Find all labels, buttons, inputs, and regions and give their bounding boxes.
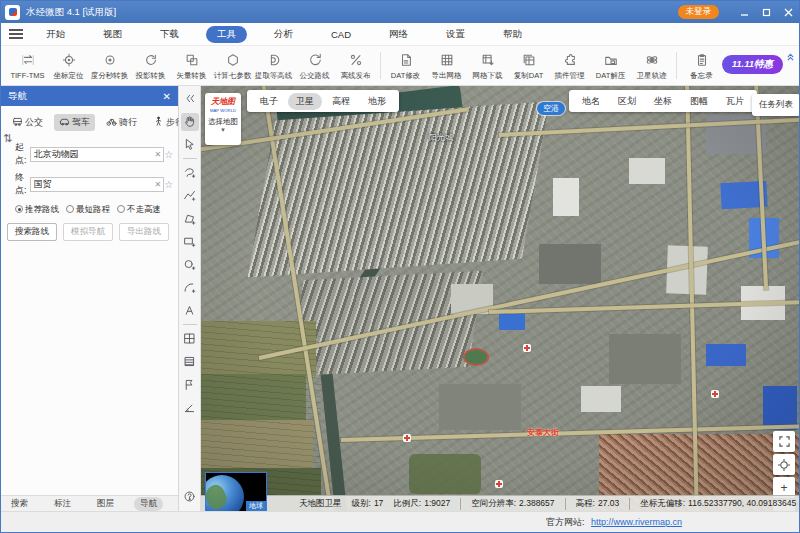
basemap-tab-卫星[interactable]: 卫星 [288,93,322,110]
collapse-panel-icon[interactable] [181,90,199,108]
pan-hand-icon[interactable] [181,113,199,131]
grid-download-icon [481,51,495,69]
title-bar: 水经微图 4.1 [试用版] 未登录 [1,1,799,23]
ribbon-button-导出网格[interactable]: 导出网格 [426,46,467,85]
full-extent-button[interactable] [773,431,795,452]
ribbon-button-TIFF-TMS[interactable]: TIFF-TMS [7,46,48,85]
travel-mode-公交[interactable]: 公交 [7,114,48,131]
ribbon-button-插件管理[interactable]: 插件管理 [549,46,590,85]
footer-bar: 官方网站: http://www.rivermap.cn [1,511,799,532]
travel-mode-骑行[interactable]: 骑行 [101,114,142,131]
maximize-button[interactable] [755,4,777,20]
minimize-button[interactable] [733,4,755,20]
map-viewport[interactable]: 空港阳光城安泰大街 天地图 MAP WORLD 选择地图 ▼ 电子卫星高程地形 … [201,86,799,511]
overlay-tab-瓦片[interactable]: 瓦片 [718,93,752,110]
map-source-picker[interactable]: 天地图 MAP WORLD 选择地图 ▼ [205,93,241,145]
模拟导航-button[interactable]: 模拟导航 [63,223,113,241]
hamburger-menu-icon[interactable] [9,27,23,42]
panel-tab-导航[interactable]: 导航 [134,497,163,511]
polygon-draw-icon[interactable] [181,210,199,228]
locate-button[interactable] [773,454,795,475]
layers-tool-icon[interactable] [181,353,199,371]
travel-mode-驾车[interactable]: 驾车 [54,114,95,131]
ribbon-toolbar: TIFF-TMS坐标定位度分秒转换投影转换矢量转换计算七参数提取等高线公交路线离… [1,46,799,86]
panel-tab-标注[interactable]: 标注 [48,497,77,511]
ribbon-button-离线发布[interactable]: 离线发布 [335,46,376,85]
basemap-tab-高程[interactable]: 高程 [324,93,358,110]
menu-item-CAD[interactable]: CAD [320,27,362,42]
ribbon-button-度分秒转换[interactable]: 度分秒转换 [89,46,130,85]
导出路线-button[interactable]: 导出路线 [119,223,169,241]
ribbon-button-矢量转换[interactable]: 矢量转换 [171,46,212,85]
route-option-最短路程[interactable]: 最短路程 [66,204,110,216]
route-option-推荐路线[interactable]: 推荐路线 [15,204,59,216]
menu-item-设置[interactable]: 设置 [435,26,476,43]
ribbon-button-计算七参数[interactable]: 计算七参数 [212,46,253,85]
ribbon-button-DAT修改[interactable]: DAT修改 [385,46,426,85]
globe-thumbnail[interactable]: 地球 [205,472,267,511]
ribbon-button-label: 计算七参数 [214,71,252,81]
overlay-tab-图幅[interactable]: 图幅 [682,93,716,110]
menu-item-帮助[interactable]: 帮助 [492,26,533,43]
start-input[interactable] [30,147,164,162]
flag-tool-icon[interactable] [181,376,199,394]
ribbon-button-label: 投影转换 [136,71,166,81]
circle-draw-icon[interactable] [181,256,199,274]
collapse-ribbon-icon[interactable] [786,48,795,66]
menu-item-工具[interactable]: 工具 [206,26,247,43]
slope-tool-icon[interactable] [181,399,199,417]
ribbon-button-复制DAT[interactable]: 复制DAT [508,46,549,85]
ribbon-button-公交路线[interactable]: 公交路线 [294,46,335,85]
text-label-icon[interactable] [181,302,199,320]
close-button[interactable] [777,4,799,20]
menu-item-分析[interactable]: 分析 [263,26,304,43]
swap-endpoints-icon[interactable]: ⇅ [3,132,12,145]
map-blue-roof [499,314,525,330]
map-building [553,178,579,216]
rectangle-draw-icon[interactable] [181,233,199,251]
grid-tool-icon[interactable] [181,330,199,348]
ribbon-button-网格下载[interactable]: 网格下载 [467,46,508,85]
tiff-tms-icon [21,51,35,69]
arc-draw-icon[interactable] [181,279,199,297]
menu-item-网络[interactable]: 网络 [378,26,419,43]
login-status-badge[interactable]: 未登录 [678,5,720,19]
hospital-icon [711,390,719,398]
ribbon-button-卫星轨迹[interactable]: 卫星轨迹 [631,46,672,85]
ribbon-button-DAT解压[interactable]: DAT解压 [590,46,631,85]
lasso-draw-icon[interactable] [181,164,199,182]
travel-mode-label: 驾车 [72,116,90,129]
clear-start-icon[interactable]: ✕ [155,150,162,159]
select-cursor-icon[interactable] [181,136,199,154]
menu-item-下载[interactable]: 下载 [149,26,190,43]
搜索路线-button[interactable]: 搜索路线 [7,223,57,241]
panel-close-icon[interactable]: ✕ [163,91,171,102]
basemap-tab-地形[interactable]: 地形 [360,93,394,110]
task-list-button[interactable]: 任务列表 [752,94,799,116]
menu-item-视图[interactable]: 视图 [92,26,133,43]
end-favorite-icon[interactable]: ☆ [164,179,173,190]
ribbon-button-label: 公交路线 [300,71,330,81]
panel-tab-搜索[interactable]: 搜索 [5,497,34,511]
overlay-tab-坐标[interactable]: 坐标 [646,93,680,110]
car-icon [59,116,70,129]
menu-item-开始[interactable]: 开始 [35,26,76,43]
help-icon[interactable] [181,487,199,505]
route-option-不走高速[interactable]: 不走高速 [117,204,161,216]
ribbon-button-备忘录[interactable]: 备忘录 [681,46,722,85]
official-site-link[interactable]: http://www.rivermap.cn [591,517,682,527]
dat-unzip-icon [604,51,618,69]
basemap-tab-电子[interactable]: 电子 [252,93,286,110]
panel-tab-图层[interactable]: 图层 [91,497,120,511]
end-input[interactable] [30,177,164,192]
overlay-tab-地名[interactable]: 地名 [574,93,608,110]
overlay-tab-区划[interactable]: 区划 [610,93,644,110]
ribbon-button-提取等高线[interactable]: 提取等高线 [253,46,294,85]
start-favorite-icon[interactable]: ☆ [164,149,173,160]
ribbon-button-坐标定位[interactable]: 坐标定位 [48,46,89,85]
clear-end-icon[interactable]: ✕ [155,180,162,189]
overlay-tab-bar: 地名区划坐标图幅瓦片 [569,90,757,112]
ribbon-button-投影转换[interactable]: 投影转换 [130,46,171,85]
promo-badge[interactable]: 11.11特惠 [722,55,783,74]
polyline-draw-icon[interactable] [181,187,199,205]
